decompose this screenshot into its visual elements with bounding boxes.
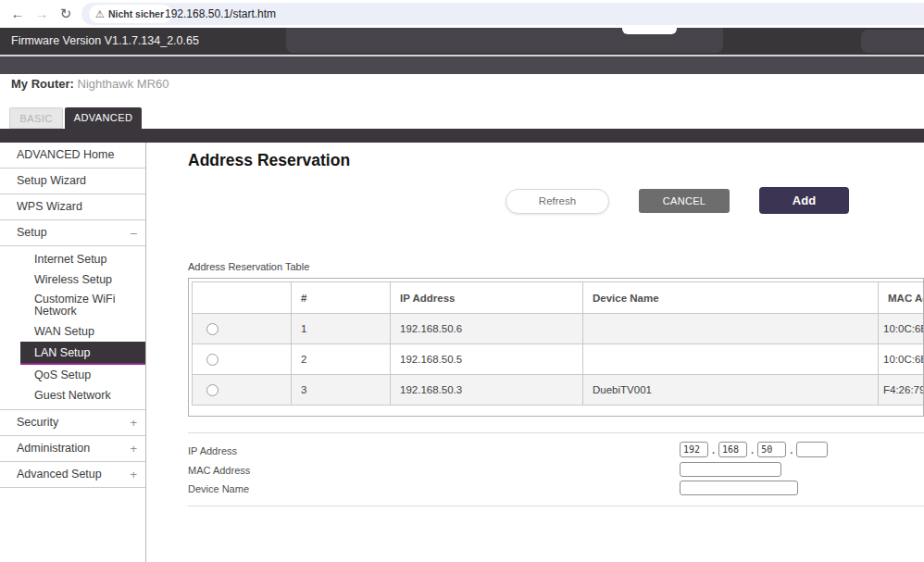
sidebar-item-customize-wifi[interactable]: Customize WiFi Network [0,290,120,321]
row-radio-button[interactable] [206,384,219,396]
table-row: 3 192.168.50.3 DuebiTV001 F4:26:79:D [193,375,924,406]
sidebar-item-guest-network[interactable]: Guest Network [0,385,145,406]
sidebar-item-internet-setup[interactable]: Internet Setup [0,249,145,269]
ip-column-header: IP Address [391,282,583,314]
ip-octet-3-input[interactable] [757,442,786,457]
sidebar-item-wps-wizard[interactable]: WPS Wizard [0,194,145,220]
header-logo-notch [622,28,677,34]
router-menu-bar [0,56,924,74]
sidebar-item-setup-wizard[interactable]: Setup Wizard [0,169,145,194]
expand-icon[interactable]: + [130,442,137,456]
form-divider-top [188,432,924,433]
row-mac: 10:0C:6B:4 [879,314,924,344]
sidebar-item-advanced-setup[interactable]: Advanced Setup + [0,462,145,488]
refresh-button[interactable]: Refresh [506,189,609,214]
row-num: 3 [292,375,391,406]
expand-icon[interactable]: + [130,416,137,430]
browser-toolbar: ← → ↻ ⚠ Nicht sicher 192.168.50.1/start.… [0,0,924,28]
row-num: 2 [292,344,391,375]
row-num: 1 [292,314,391,344]
row-ip: 192.168.50.3 [391,375,583,406]
page-title: Address Reservation [188,151,350,170]
security-chip-label: Nicht sicher [108,8,164,19]
back-icon[interactable]: ← [7,4,28,24]
row-mac: F4:26:79:D [879,375,924,406]
mac-address-input[interactable] [680,462,781,477]
device-name-label: Device Name [188,483,249,494]
radio-column-header [193,282,292,314]
sidebar-item-qos-setup[interactable]: QoS Setup [0,365,145,385]
reload-icon[interactable]: ↻ [56,4,76,24]
device-name-input[interactable] [680,481,798,495]
sidebar-item-wan-setup[interactable]: WAN Setup [0,321,145,342]
forward-icon[interactable]: → [31,4,52,24]
row-mac: 10:0C:6B:4 [879,344,924,375]
my-router-value: Nighthawk MR60 [78,77,169,91]
router-header-bar: Firmware Version V1.1.7.134_2.0.65 [0,28,924,55]
row-radio-button[interactable] [206,323,219,335]
ip-dot: . [790,444,793,456]
sidebar-item-setup-label: Setup [17,226,47,239]
sidebar-item-security-label: Security [17,416,58,429]
row-ip: 192.168.50.6 [391,314,583,344]
ip-octet-group: . . . [680,442,828,457]
sidebar-item-administration[interactable]: Administration + [0,436,145,462]
ip-octet-1-input[interactable] [680,442,708,457]
ip-dot: . [712,444,715,456]
router-admin-page: ← → ↻ ⚠ Nicht sicher 192.168.50.1/start.… [0,0,924,562]
sidebar-item-setup[interactable]: Setup – [0,220,145,246]
table-header-row: # IP Address Device Name MAC Address [193,282,924,314]
device-column-header: Device Name [583,282,879,314]
header-right-button [861,30,924,53]
row-ip: 192.168.50.5 [391,344,583,375]
expand-icon[interactable]: + [130,468,137,481]
tab-basic[interactable]: BASIC [9,107,63,129]
address-reservation-table: # IP Address Device Name MAC Address 1 1… [188,278,924,417]
firmware-version: Firmware Version V1.1.7.134_2.0.65 [11,28,199,55]
collapse-icon[interactable]: – [131,226,137,240]
sidebar-setup-children: Internet Setup Wireless Setup Customize … [0,246,145,409]
ip-octet-4-input[interactable] [796,442,828,457]
table-row: 1 192.168.50.6 10:0C:6B:4 [193,314,924,344]
row-radio-button[interactable] [206,354,219,366]
sidebar-item-administration-label: Administration [17,442,90,455]
table-row: 2 192.168.50.5 10:0C:6B:4 [193,344,924,375]
mac-column-header: MAC Address [879,282,924,314]
mac-address-label: MAC Address [188,465,250,476]
address-bar[interactable]: ⚠ Nicht sicher 192.168.50.1/start.htm [81,3,924,25]
row-device: DuebiTV001 [583,375,879,406]
tab-strip [0,129,924,143]
tab-advanced[interactable]: ADVANCED [65,107,142,129]
sidebar-nav: ADVANCED Home Setup Wizard WPS Wizard Se… [0,143,146,562]
my-router-line: My Router: Nighthawk MR60 [11,77,169,91]
my-router-label: My Router: [11,77,74,91]
ip-address-label: IP Address [188,445,237,456]
sidebar-item-advanced-setup-label: Advanced Setup [17,468,102,481]
ip-dot: . [751,444,754,456]
num-column-header: # [292,282,391,314]
sidebar-item-wireless-setup[interactable]: Wireless Setup [0,269,145,290]
security-chip[interactable]: ⚠ Nicht sicher [89,5,172,23]
sidebar-item-lan-setup[interactable]: LAN Setup [20,342,145,365]
add-button[interactable]: Add [759,187,849,214]
form-divider-bottom [188,506,924,506]
url-text[interactable]: 192.168.50.1/start.htm [165,3,276,25]
row-device [583,344,879,375]
sidebar-item-advanced-home[interactable]: ADVANCED Home [0,143,145,169]
table-label: Address Reservation Table [188,261,309,272]
sidebar-item-security[interactable]: Security + [0,409,145,436]
ip-octet-2-input[interactable] [718,442,747,457]
cancel-button[interactable]: CANCEL [639,189,730,213]
warning-icon: ⚠ [95,8,105,20]
row-device [583,314,879,344]
